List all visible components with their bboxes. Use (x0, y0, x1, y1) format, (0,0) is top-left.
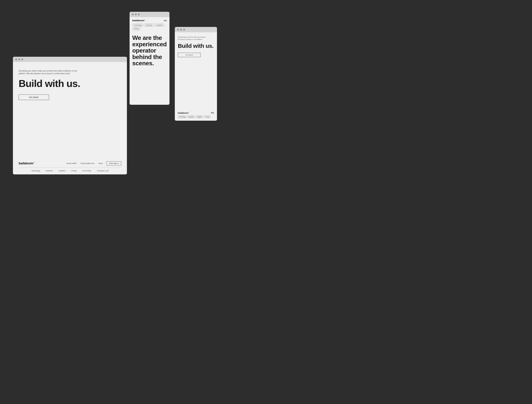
right-nav-tag-pricing[interactable]: Pricing (204, 116, 211, 118)
footer-top-large: badaboom™ Private labels Customization t… (19, 161, 121, 168)
right-nav-tag-expertise[interactable]: Expertise (187, 116, 195, 118)
traffic-light-green (21, 58, 23, 60)
browser-titlebar-right (175, 27, 217, 32)
footer-link-private-labels[interactable]: Private labels (66, 162, 77, 164)
footer-logo-large: badaboom™ (19, 162, 35, 165)
nav-tag-suppliers[interactable]: Suppliers (155, 24, 164, 26)
hamburger-line-1 (164, 20, 167, 20)
right-nav-tag-suppliers[interactable]: Suppliers (196, 116, 203, 118)
right-mobile-footer: badaboom™ Technology Expertise Suppliers… (175, 109, 217, 121)
mobile-navbar-middle: badaboom™ (130, 17, 169, 24)
footer-signin-button[interactable]: Client sign in (106, 161, 121, 165)
hamburger-line-2 (164, 21, 167, 21)
browser-content-right: Everything you need to take your product… (175, 32, 217, 121)
right-nav-tag-technology[interactable]: Technology (178, 116, 187, 118)
nav-tag-expertise[interactable]: Expertise (144, 24, 154, 26)
hamburger-line-r2 (211, 113, 214, 114)
traffic-light-yellow (18, 58, 20, 60)
browser-titlebar-middle (130, 12, 169, 17)
footer-link-about[interactable]: About (98, 162, 103, 164)
browser-titlebar-large (13, 57, 127, 62)
mobile-nav-tags-middle: Technology Expertise Suppliers Pricing (130, 24, 169, 32)
footer-link-customization[interactable]: Customization tool (80, 162, 94, 164)
right-hero-heading: Build with us. (178, 43, 214, 49)
right-hero-subtitle: Everything you need to take your product… (178, 36, 208, 41)
browser-window-right: Everything you need to take your product… (175, 27, 217, 121)
hamburger-menu-right[interactable] (211, 112, 214, 114)
footer-nav-technology[interactable]: Technology (31, 170, 40, 172)
get-started-button-large[interactable]: Get started (19, 95, 49, 100)
hero-subtitle-large: Everything you need to take your product… (19, 70, 83, 75)
footer-nav-expertise[interactable]: Expertise (45, 170, 53, 172)
traffic-light-red-r (177, 29, 179, 31)
get-started-button-right[interactable]: Get started (178, 53, 201, 57)
nav-tag-pricing[interactable]: Pricing (132, 27, 140, 30)
traffic-light-yellow-m (135, 13, 137, 15)
browser-content-large: Everything you need to take your product… (13, 62, 127, 174)
footer-nav-links: Technology Expertise Suppliers Pricing F… (19, 170, 121, 172)
hamburger-menu-middle[interactable] (164, 20, 167, 21)
hamburger-line-r1 (211, 112, 214, 113)
footer-large: badaboom™ Private labels Customization t… (13, 158, 127, 174)
footer-nav-from-inside[interactable]: From inside (82, 170, 91, 172)
footer-nav-pricing[interactable]: Pricing (71, 170, 77, 172)
right-footer-navbar: badaboom™ (178, 112, 214, 114)
browser-window-middle: badaboom™ Technology Expertise Suppliers… (130, 12, 169, 105)
traffic-light-yellow-r (180, 29, 182, 31)
nav-tag-technology[interactable]: Technology (132, 24, 143, 26)
footer-links-top: Private labels Customization tool About … (66, 161, 121, 165)
mobile-hero-text: We are the experienced operator behind t… (130, 32, 169, 105)
traffic-light-red-m (132, 13, 134, 15)
hero-heading-large: Build with us. (19, 78, 121, 89)
right-footer-logo: badaboom™ (178, 112, 189, 114)
right-footer-tags: Technology Expertise Suppliers Pricing (178, 116, 214, 118)
right-hero-content: Everything you need to take your product… (175, 32, 217, 109)
mobile-logo-middle: badaboom™ (132, 19, 145, 22)
footer-nav-schedule[interactable]: Schedule a call (97, 170, 109, 172)
traffic-light-green-m (138, 13, 140, 15)
footer-nav-suppliers[interactable]: Suppliers (58, 170, 66, 172)
traffic-light-green-r (183, 29, 185, 31)
browser-content-middle: badaboom™ Technology Expertise Suppliers… (130, 17, 169, 105)
traffic-light-red (15, 58, 17, 60)
browser-window-large: Everything you need to take your product… (13, 57, 127, 174)
